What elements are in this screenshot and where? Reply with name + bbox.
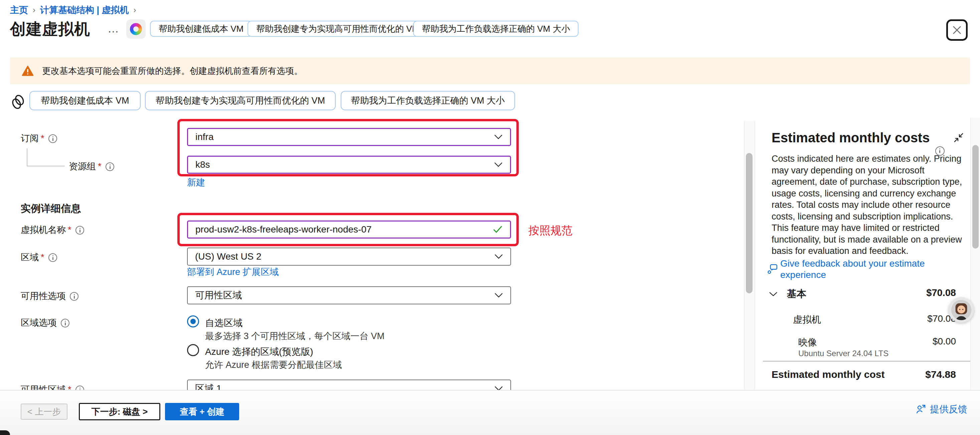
resource-group-value: k8s [196,159,494,170]
info-icon[interactable] [48,134,57,143]
avatar-image [950,299,972,321]
region-dropdown[interactable]: (US) West US 2 [187,248,511,266]
cost-row-vm-value: $70.08 [879,313,956,324]
suggestion-vm-size-button[interactable]: 帮助我为工作负载选择正确的 VM 大小 [413,21,579,37]
radio-azure-selected-zones-desc: 允许 Azure 根据需要分配最佳区域 [205,359,342,371]
close-button[interactable] [946,19,968,41]
resource-group-label: 资源组* [69,160,114,172]
previous-step-button[interactable]: < 上一步 [21,403,67,420]
breadcrumb-home-link[interactable]: 主页 [10,4,28,16]
info-icon[interactable] [105,163,114,171]
breadcrumb: 主页 › 计算基础结构 | 虚拟机 › [10,4,141,16]
suggestion-high-availability-button[interactable]: 帮助我创建专为实现高可用性而优化的 VM [248,21,428,37]
valid-check-icon [493,225,503,234]
availability-zone-dropdown[interactable]: 区域 1 [187,379,511,390]
clipped-field-region: 可用性区域* 区域 1 [0,377,741,390]
copilot-icon [130,23,142,35]
vm-name-label: 虚拟机名称* [21,224,84,236]
vm-name-value: prod-usw2-k8s-freeleaps-worker-nodes-07 [196,224,493,235]
main-scrollbar-track[interactable] [744,121,755,390]
region-label: 区域* [21,251,57,263]
suggestion-low-cost-vm-button[interactable]: 帮助我创建低成本 VM [150,21,252,37]
chevron-down-icon [494,162,503,167]
main-scrollbar-thumb[interactable] [746,153,752,293]
subscription-label: 订阅* [21,132,57,144]
breadcrumb-chevron-icon: › [134,5,136,15]
cost-row-vm-label: 虚拟机 [793,313,821,326]
copilot-button[interactable] [126,19,146,39]
instance-details-heading: 实例详细信息 [21,202,81,215]
availability-options-value: 可用性区域 [195,289,494,302]
person-feedback-icon [916,404,926,414]
chevron-down-icon [494,293,503,298]
info-icon[interactable] [75,386,84,390]
cost-row-image-value: $0.00 [879,336,956,347]
resource-group-dropdown[interactable]: k8s [187,156,511,174]
feedback-footer-link[interactable]: 提供反馈 [916,403,967,416]
panel-scrollbar-track[interactable] [970,118,980,390]
suggestion-high-availability-button-2[interactable]: 帮助我创建专为实现高可用性而优化的 VM [145,91,336,110]
close-icon [952,25,962,35]
give-feedback-link[interactable]: Give feedback about your estimate experi… [780,258,957,280]
page-title: 创建虚拟机 [10,19,90,40]
next-step-disks-button[interactable]: 下一步: 磁盘 > [79,403,160,420]
availability-zone-label: 可用性区域* [21,384,84,390]
collapse-panel-icon[interactable] [953,132,964,143]
panel-scrollbar-thumb[interactable] [972,145,978,249]
chevron-down-icon [494,386,503,390]
zone-options-label: 区域选项 [21,317,70,329]
assistant-avatar[interactable] [948,297,974,323]
suggestion-vm-size-button-2[interactable]: 帮助我为工作负载选择正确的 VM 大小 [341,91,515,110]
vm-name-input[interactable]: prod-usw2-k8s-freeleaps-worker-nodes-07 [187,220,511,239]
costs-panel-title: Estimated monthly costs [772,130,929,145]
region-value: (US) West US 2 [195,251,494,262]
deploy-extended-zones-link[interactable]: 部署到 Azure 扩展区域 [187,266,279,278]
chevron-down-icon [494,254,503,259]
radio-azure-selected-zones-label[interactable]: Azure 选择的区域(预览版) [205,346,313,358]
radio-self-selected-zones-desc: 最多选择 3 个可用性区域，每个区域一台 VM [205,330,385,342]
cost-row-image-sub: Ubuntu Server 24.04 LTS [798,349,888,358]
annotation-note: 按照规范 [528,223,573,238]
availability-zone-value: 区域 1 [195,382,494,390]
cost-row-image-label: 映像 [798,336,817,349]
chevron-down-icon [494,134,503,140]
breadcrumb-chevron-icon: › [33,5,35,15]
field-tree-connector [27,148,65,166]
costs-disclaimer: Costs indicated here are estimates only.… [772,153,967,257]
radio-self-selected-zones[interactable] [187,315,199,327]
subscription-dropdown[interactable]: infra [187,128,511,146]
info-icon[interactable] [61,319,70,327]
warning-text: 更改基本选项可能会重置所做的选择。创建虚拟机前查看所有选项。 [42,65,302,77]
more-options-button[interactable]: … [108,22,119,35]
info-icon[interactable] [70,292,78,301]
expand-basic-chevron-icon[interactable] [769,292,778,297]
warning-icon [21,65,34,76]
total-cost-value: $74.88 [879,369,956,380]
create-new-resource-group-link[interactable]: 新建 [187,177,205,188]
cost-row-basic-value: $70.08 [879,287,956,298]
costs-divider [763,361,971,362]
availability-options-label: 可用性选项 [21,290,78,302]
total-cost-label: Estimated monthly cost [772,369,885,380]
availability-options-dropdown[interactable]: 可用性区域 [187,286,511,304]
give-feedback-icon [768,264,778,275]
cost-row-basic-label: 基本 [787,287,806,301]
feedback-footer-label: 提供反馈 [930,403,967,416]
subscription-value: infra [196,132,494,142]
create-vm-page: 主页 › 计算基础结构 | 虚拟机 › 创建虚拟机 … 帮助我创建低成本 VM … [0,0,980,435]
copilot-outline-icon [11,94,25,110]
warning-banner: 更改基本选项可能会重置所做的选择。创建虚拟机前查看所有选项。 [10,57,970,84]
info-icon[interactable] [75,226,84,234]
suggestion-low-cost-vm-button-2[interactable]: 帮助我创建低成本 VM [29,91,141,110]
breadcrumb-section-link[interactable]: 计算基础结构 | 虚拟机 [40,4,129,16]
radio-self-selected-zones-label[interactable]: 自选区域 [205,317,242,330]
review-create-button[interactable]: 查看 + 创建 [165,403,239,420]
radio-azure-selected-zones[interactable] [187,344,199,356]
info-icon[interactable] [48,253,57,262]
